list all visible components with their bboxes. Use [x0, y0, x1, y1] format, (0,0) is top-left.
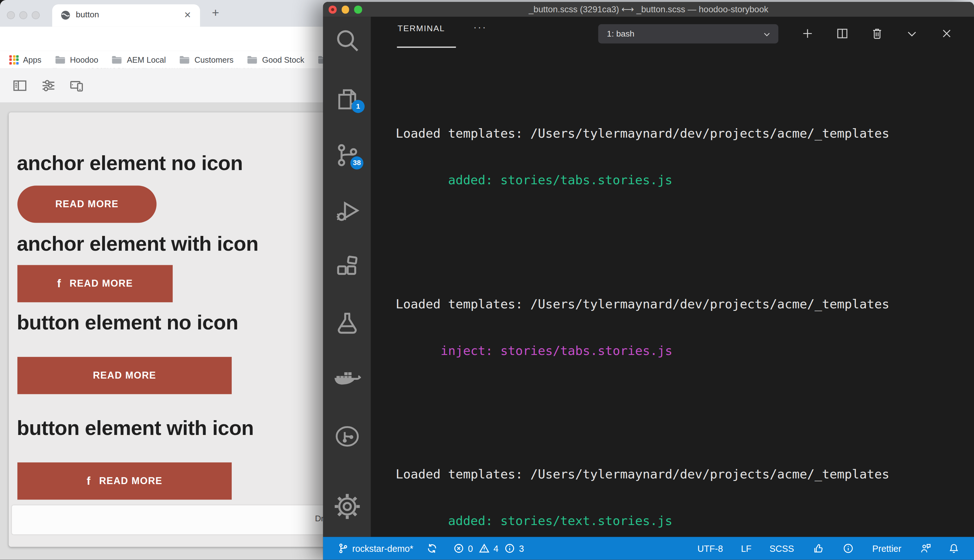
- tab-title: button: [76, 10, 99, 20]
- bookmark-apps[interactable]: Apps: [10, 55, 42, 64]
- prettier-indicator[interactable]: Prettier: [872, 543, 901, 553]
- extensions-icon[interactable]: [334, 254, 361, 281]
- new-terminal-icon[interactable]: [800, 27, 814, 40]
- read-more-anchor-pill-button[interactable]: READ MORE: [17, 185, 156, 223]
- thumbs-up-icon[interactable]: [813, 543, 824, 554]
- loaded-templates-line: Loaded templates: /Users/tylermaynard/de…: [396, 467, 968, 482]
- read-more-anchor-icon-button[interactable]: fREAD MORE: [17, 265, 173, 302]
- source-control-badge: 38: [350, 156, 363, 169]
- bookmark-folder-customers[interactable]: Customers: [179, 55, 234, 64]
- terminal-output: Loaded templates: /Users/tylermaynard/de…: [396, 64, 968, 537]
- browser-tab[interactable]: button ✕: [52, 4, 200, 27]
- story-heading-button-with-icon: button element with icon: [17, 417, 254, 440]
- story-heading-anchor-no-icon: anchor element no icon: [17, 152, 243, 175]
- terminal-tab-active-underline: [397, 47, 456, 48]
- chevron-down-icon: [763, 30, 771, 38]
- git-branch-status[interactable]: rockstar-demo*: [338, 543, 413, 554]
- split-terminal-icon[interactable]: [835, 27, 849, 40]
- info-count: 3: [519, 543, 524, 553]
- vscode-window: _button.scss (3291ca3) ⟷ _button.scss — …: [323, 2, 974, 560]
- terminal-panel-tab[interactable]: TERMINAL: [398, 23, 445, 33]
- info-circle-icon[interactable]: [843, 543, 854, 554]
- close-window-button[interactable]: [7, 11, 15, 19]
- warnings-icon: [479, 543, 490, 554]
- notifications-bell-icon[interactable]: [949, 543, 959, 554]
- search-icon[interactable]: [334, 27, 361, 54]
- close-panel-icon[interactable]: [940, 27, 954, 40]
- docker-whale-icon[interactable]: [334, 366, 361, 394]
- vscode-window-title: _button.scss (3291ca3) ⟷ _button.scss — …: [323, 2, 974, 17]
- folder-icon: [55, 55, 65, 64]
- terminal-log-group: Loaded templates: /Users/tylermaynard/de…: [396, 265, 968, 389]
- git-branch-icon: [338, 543, 349, 554]
- folder-icon: [247, 55, 257, 64]
- log-added-line: added:stories/text.stories.js: [396, 513, 968, 529]
- new-tab-button[interactable]: +: [207, 5, 224, 21]
- kill-terminal-trash-icon[interactable]: [870, 27, 884, 40]
- terminal-shell-select[interactable]: 1: bash: [598, 24, 779, 43]
- terminal-log-group: Loaded templates: /Users/tylermaynard/de…: [396, 436, 968, 537]
- info-icon: [505, 543, 515, 554]
- branch-name: rockstar-demo*: [352, 543, 413, 553]
- zoom-window-button[interactable]: [32, 11, 40, 19]
- maximize-panel-chevron-icon[interactable]: [905, 27, 919, 40]
- test-beaker-icon[interactable]: [334, 310, 361, 337]
- tab-close-icon[interactable]: ✕: [181, 9, 194, 21]
- loaded-templates-line: Loaded templates: /Users/tylermaynard/de…: [396, 297, 968, 312]
- minimize-window-button[interactable]: [19, 11, 27, 19]
- loaded-templates-line: Loaded templates: /Users/tylermaynard/de…: [396, 126, 968, 142]
- side-panel-toggle-icon[interactable]: [12, 78, 27, 93]
- vscode-titlebar: _button.scss (3291ca3) ⟷ _button.scss — …: [323, 2, 974, 17]
- device-emulation-icon[interactable]: [70, 78, 85, 93]
- screenshot-root: button ✕ + localhost:4502/editor.html/co…: [0, 0, 974, 560]
- run-debug-icon[interactable]: [334, 198, 361, 225]
- feedback-person-icon[interactable]: [921, 543, 931, 554]
- globe-favicon-icon: [60, 10, 71, 21]
- facebook-icon: f: [57, 277, 61, 290]
- git-graph-circle-icon[interactable]: [334, 423, 361, 450]
- page-properties-sliders-icon[interactable]: [41, 78, 56, 93]
- vscode-terminal-panel: TERMINAL ··· 1: bash Loaded templates: /…: [371, 17, 974, 537]
- warning-count: 4: [494, 543, 499, 553]
- terminal-shell-label: 1: bash: [607, 24, 634, 43]
- vscode-status-bar: rockstar-demo* 0 4 3 UTF-8 LF SCSS Prett…: [323, 537, 974, 560]
- terminal-log-group: Loaded templates: /Users/tylermaynard/de…: [396, 95, 968, 219]
- encoding-indicator[interactable]: UTF-8: [698, 543, 723, 553]
- explorer-badge: 1: [351, 100, 364, 113]
- error-count: 0: [468, 543, 473, 553]
- read-more-button[interactable]: READ MORE: [17, 357, 232, 394]
- language-mode-indicator[interactable]: SCSS: [769, 543, 794, 553]
- bookmark-folder-good-stock[interactable]: Good Stock: [247, 55, 304, 64]
- folder-icon: [111, 55, 122, 64]
- drag-components-text: Dr: [315, 514, 324, 523]
- read-more-icon-button[interactable]: fREAD MORE: [17, 462, 232, 500]
- folder-icon: [179, 55, 190, 64]
- apps-grid-icon: [10, 55, 19, 64]
- sync-icon: [427, 543, 438, 554]
- log-inject-line: inject:stories/tabs.stories.js: [396, 343, 968, 358]
- problems-status[interactable]: 0 4 3: [454, 543, 524, 554]
- window-traffic-lights[interactable]: [7, 11, 40, 19]
- errors-icon: [454, 543, 464, 554]
- bookmark-folder-aem-local[interactable]: AEM Local: [111, 55, 166, 64]
- story-heading-anchor-with-icon: anchor element with icon: [17, 232, 258, 256]
- more-actions-icon[interactable]: ···: [473, 22, 487, 33]
- terminal-actions: [800, 27, 954, 40]
- log-added-line: added:stories/tabs.stories.js: [396, 173, 968, 188]
- vscode-activity-bar: 1 38: [323, 17, 371, 537]
- eol-indicator[interactable]: LF: [741, 543, 752, 553]
- story-heading-button-no-icon: button element no icon: [17, 311, 238, 335]
- bookmark-folder-hoodoo[interactable]: Hoodoo: [55, 55, 99, 64]
- sync-changes-button[interactable]: [427, 543, 438, 554]
- settings-gear-icon[interactable]: [334, 493, 361, 520]
- facebook-icon: f: [87, 475, 90, 488]
